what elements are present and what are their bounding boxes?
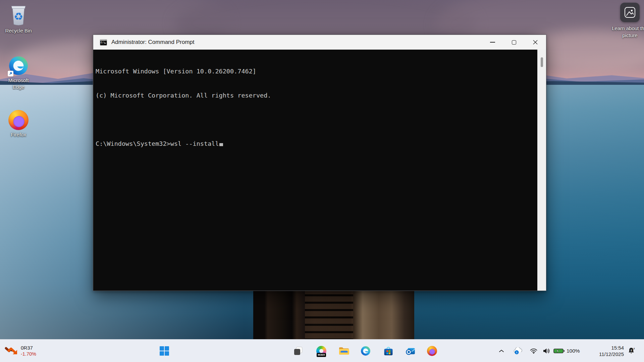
command-prompt-window: C:\ Administrator: Command Prompt Micros… — [93, 35, 546, 291]
start-button[interactable] — [156, 340, 172, 362]
svg-text:z: z — [631, 349, 632, 352]
windows-logo-icon — [160, 346, 169, 356]
stock-trend-down-icon — [5, 346, 18, 356]
microsoft-store-button[interactable] — [381, 340, 396, 362]
desktop-icon-firefox[interactable]: Firefox — [2, 110, 35, 138]
desktop-icon-label: Microsoft Edge — [2, 77, 35, 90]
widgets-button[interactable]: 0R37 -1.70% — [5, 340, 55, 362]
picture-icon[interactable] — [620, 3, 640, 22]
console-line: (c) Microsoft Corporation. All rights re… — [96, 92, 537, 100]
desktop-icon-microsoft-edge[interactable]: Microsoft Edge — [2, 56, 35, 90]
learn-about-picture[interactable]: Learn about this picture — [610, 3, 644, 39]
onedrive-tray-button[interactable]: i — [512, 340, 524, 362]
task-view-icon — [293, 346, 303, 356]
console-scrollbar[interactable] — [537, 50, 546, 291]
window-title: Administrator: Command Prompt — [111, 39, 195, 46]
notification-bell-button[interactable]: z z — [625, 340, 637, 362]
desktop-icon-label: Firefox — [2, 131, 35, 138]
console-output[interactable]: Microsoft Windows [Version 10.0.26200.74… — [93, 50, 537, 291]
svg-text:z: z — [634, 347, 635, 350]
m365-badge: M365 — [317, 353, 326, 357]
cmd-app-icon: C:\ — [100, 39, 107, 46]
window-titlebar[interactable]: C:\ Administrator: Command Prompt — [93, 35, 546, 50]
outlook-icon — [406, 346, 416, 356]
edge-taskbar-button[interactable] — [358, 340, 373, 362]
console-line-blank — [96, 116, 537, 124]
svg-text:♻: ♻ — [14, 11, 23, 22]
firefox-taskbar-button[interactable] — [425, 340, 439, 362]
console-prompt-line: C:\Windows\System32>wsl --install — [96, 140, 537, 148]
do-not-disturb-bell-icon: z z — [627, 347, 635, 355]
hidden-icons-button[interactable] — [496, 340, 506, 362]
edge-icon — [361, 346, 371, 356]
close-icon — [533, 40, 538, 45]
widgets-change: -1.70% — [21, 351, 36, 357]
firefox-icon — [2, 110, 35, 130]
file-explorer-button[interactable] — [337, 340, 352, 362]
volume-tray-button[interactable] — [541, 340, 552, 362]
battery-tray-button[interactable] — [553, 340, 566, 362]
wallpaper-pier — [253, 289, 414, 339]
recycle-bin-icon: ♻ — [2, 4, 35, 26]
clock-time: 15:54 — [588, 345, 624, 351]
console-line: Microsoft Windows [Version 10.0.26200.74… — [96, 67, 537, 75]
battery-charging-icon — [553, 348, 565, 354]
clock[interactable]: 15:54 11/12/2025 — [588, 340, 624, 362]
maximize-button[interactable] — [503, 35, 525, 50]
battery-percent: 100% — [567, 340, 580, 362]
minimize-button[interactable] — [482, 35, 503, 50]
copilot-icon: M365 — [316, 346, 326, 356]
scrollbar-thumb[interactable] — [541, 57, 543, 67]
wifi-icon — [530, 348, 538, 354]
copilot-m365-button[interactable]: M365 — [314, 340, 329, 362]
prompt-text: C:\Windows\System32>wsl --install — [96, 140, 219, 147]
minimize-icon — [490, 42, 495, 43]
firefox-icon — [427, 346, 437, 356]
edge-icon — [2, 56, 35, 76]
svg-text:C:\: C:\ — [101, 41, 105, 44]
widgets-ticker: 0R37 — [21, 345, 36, 351]
wifi-tray-button[interactable] — [528, 340, 539, 362]
task-view-button[interactable] — [291, 340, 306, 362]
close-button[interactable] — [525, 35, 546, 50]
microsoft-store-icon — [384, 346, 393, 356]
desktop-icon-recycle-bin[interactable]: ♻ Recycle Bin — [2, 4, 35, 34]
taskbar: 0R37 -1.70% Search — [0, 339, 644, 362]
learn-about-label: Learn about this picture — [610, 25, 644, 39]
text-cursor — [219, 143, 223, 146]
chevron-up-icon — [499, 349, 504, 353]
outlook-button[interactable] — [403, 340, 418, 362]
desktop: ♻ Recycle Bin Microsoft Edge Firefox — [0, 0, 644, 362]
shortcut-arrow-icon — [8, 71, 13, 76]
speaker-icon — [542, 348, 550, 354]
desktop-icon-label: Recycle Bin — [2, 27, 35, 34]
file-explorer-icon — [339, 346, 350, 356]
clock-date: 11/12/2025 — [588, 351, 624, 357]
cloud-info-icon: i — [513, 347, 523, 355]
maximize-icon — [512, 40, 516, 45]
